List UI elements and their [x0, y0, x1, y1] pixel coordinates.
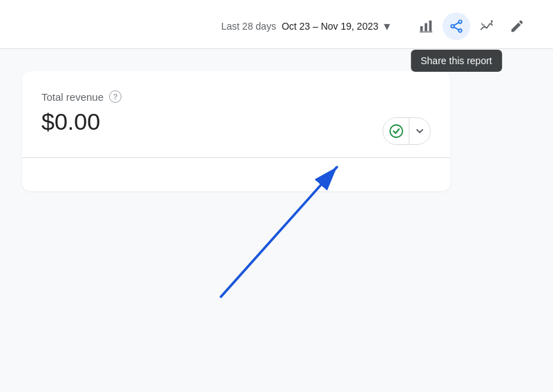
edit-button[interactable] [503, 12, 531, 40]
status-dropdown-icon[interactable] [409, 118, 430, 144]
main-area: Total revenue ? $0.00 [0, 49, 553, 191]
date-dropdown-icon[interactable]: ▾ [384, 19, 390, 34]
edit-icon [510, 19, 525, 34]
insights-icon [479, 19, 494, 34]
date-range: Last 28 days Oct 23 – Nov 19, 2023 ▾ [222, 19, 390, 34]
card-value: $0.00 [41, 108, 431, 135]
card-divider [22, 157, 450, 158]
share-button[interactable]: Share this report [443, 12, 470, 40]
svg-point-6 [458, 29, 462, 32]
svg-point-5 [451, 25, 454, 28]
status-button[interactable] [382, 117, 431, 145]
chart-button[interactable] [412, 12, 440, 40]
svg-point-10 [390, 125, 402, 137]
insights-button[interactable] [473, 12, 501, 40]
svg-rect-1 [425, 23, 427, 31]
revenue-card: Total revenue ? $0.00 [22, 71, 450, 191]
svg-rect-0 [420, 26, 423, 31]
card-title-row: Total revenue ? [41, 90, 431, 103]
card-title: Total revenue [41, 91, 104, 103]
status-check [383, 118, 409, 144]
card-action [382, 117, 431, 145]
date-label: Last 28 days [222, 21, 276, 32]
info-icon[interactable]: ? [109, 90, 122, 103]
svg-line-7 [454, 23, 459, 26]
chevron-down-icon [414, 126, 425, 137]
top-bar: Last 28 days Oct 23 – Nov 19, 2023 ▾ Sha… [0, 0, 553, 49]
date-value: Oct 23 – Nov 19, 2023 [282, 21, 378, 32]
svg-point-4 [458, 20, 462, 23]
toolbar: Share this report [412, 12, 531, 40]
check-icon [389, 124, 404, 139]
svg-line-8 [454, 27, 459, 30]
svg-rect-2 [429, 21, 432, 32]
chart-icon [418, 19, 434, 34]
svg-point-9 [491, 20, 493, 22]
share-icon [449, 19, 464, 34]
